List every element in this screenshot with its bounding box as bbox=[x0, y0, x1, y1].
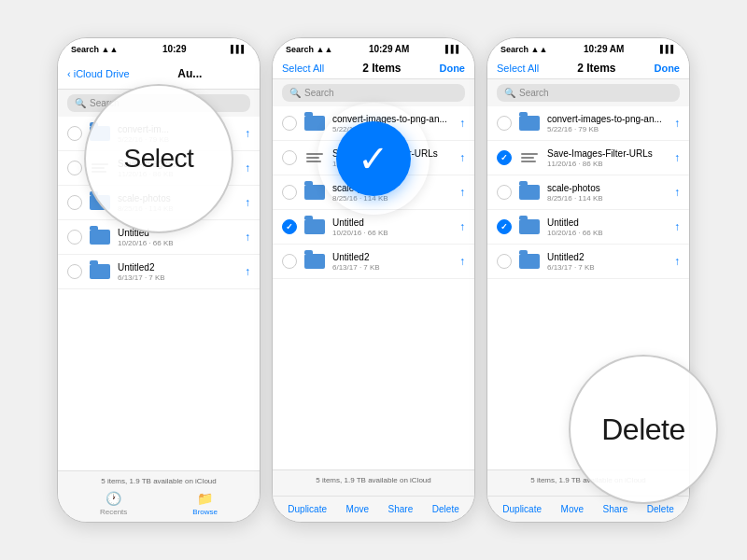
checkmark-icon bbox=[336, 121, 411, 196]
search-field-2[interactable]: 🔍 Search bbox=[282, 84, 465, 102]
cloud-icon: ↑ bbox=[674, 255, 680, 268]
share-button[interactable]: Share bbox=[388, 504, 414, 514]
status-left-1: Search ▲▲ bbox=[71, 45, 118, 54]
file-meta: 10/20/16 · 66 KB bbox=[547, 229, 667, 237]
duplicate-button-3[interactable]: Duplicate bbox=[502, 504, 542, 514]
nav-title-1: Au... bbox=[130, 67, 250, 80]
select-circle[interactable] bbox=[67, 161, 82, 175]
list-item[interactable]: Untitled 10/20/16 · 66 KB ↑ bbox=[273, 210, 474, 245]
list-item[interactable]: Untitled2 6/13/17 · 7 KB ↑ bbox=[487, 245, 689, 279]
list-item[interactable]: Untitled2 6/13/17 · 7 KB ↑ bbox=[58, 255, 260, 289]
cloud-icon: ↑ bbox=[674, 186, 680, 199]
select-circle[interactable] bbox=[67, 264, 82, 279]
folder-icon bbox=[304, 113, 325, 133]
tab-recents[interactable]: 🕐 Recents bbox=[100, 491, 127, 516]
list-item[interactable]: scale-photos 8/25/16 · 114 KB ↑ bbox=[487, 175, 689, 210]
file-meta: 5/22/16 · 79 KB bbox=[547, 125, 667, 133]
lines-icon bbox=[519, 147, 540, 168]
select-circle[interactable] bbox=[282, 116, 297, 131]
delete-button[interactable]: Delete bbox=[432, 504, 459, 514]
select-circle[interactable] bbox=[67, 126, 82, 141]
status-bar-2: Search ▲▲ 10:29 AM ▌▌▌ bbox=[273, 38, 474, 58]
status-bar-3: Search ▲▲ 10:29 AM ▌▌▌ bbox=[487, 38, 689, 58]
footer-tabs-1: 🕐 Recents 📁 Browse bbox=[67, 491, 250, 516]
status-icons-1: ▌▌▌ bbox=[231, 45, 247, 53]
folder-icon bbox=[519, 251, 540, 272]
file-info: Untitled2 6/13/17 · 7 KB bbox=[547, 252, 667, 272]
cloud-icon: ↑ bbox=[459, 220, 465, 233]
footer-status-2: 5 items, 1.9 TB available on iCloud bbox=[282, 476, 465, 484]
tab-browse[interactable]: 📁 Browse bbox=[192, 491, 218, 516]
list-item[interactable]: Save-Images-Filter-URLs 11/20/16 · 86 KB… bbox=[487, 141, 689, 175]
delete-label: Delete bbox=[601, 413, 685, 447]
select-circle[interactable] bbox=[282, 150, 297, 165]
search-icon-3: 🔍 bbox=[504, 88, 515, 98]
move-button-3[interactable]: Move bbox=[561, 504, 584, 514]
file-name: Untitled bbox=[332, 217, 452, 228]
select-bar-2: Select All 2 Items Done bbox=[273, 58, 474, 79]
folder-icon bbox=[519, 217, 540, 237]
cloud-icon: ↑ bbox=[459, 117, 465, 130]
move-button[interactable]: Move bbox=[346, 504, 369, 514]
list-item[interactable]: Untitled2 6/13/17 · 7 KB ↑ bbox=[273, 245, 474, 279]
file-info: Save-Images-Filter-URLs 11/20/16 · 86 KB bbox=[547, 148, 667, 168]
status-left-2: Search ▲▲ bbox=[286, 45, 332, 54]
file-info: Untitled 10/20/16 · 66 KB bbox=[332, 217, 452, 237]
delete-overlay: Delete bbox=[569, 355, 718, 504]
cloud-icon: ↑ bbox=[459, 151, 465, 164]
file-name: Untitled bbox=[547, 217, 667, 228]
footer-status-1: 5 items, 1.9 TB available on iCloud bbox=[67, 477, 250, 485]
cloud-icon: ↑ bbox=[674, 151, 680, 164]
select-circle[interactable] bbox=[67, 195, 82, 210]
file-name: Untitled2 bbox=[332, 252, 452, 262]
select-circle-checked[interactable] bbox=[497, 150, 512, 165]
tab-recents-label: Recents bbox=[100, 508, 127, 516]
select-label: Select bbox=[124, 144, 194, 174]
back-button-1[interactable]: ‹ iCloud Drive bbox=[67, 68, 130, 79]
select-all-button-3[interactable]: Select All bbox=[497, 63, 539, 74]
folder-icon bbox=[519, 182, 540, 203]
cloud-icon: ↑ bbox=[245, 265, 250, 278]
select-circle[interactable] bbox=[282, 185, 297, 200]
select-circle[interactable] bbox=[497, 116, 512, 131]
checkmark-overlay bbox=[317, 103, 430, 215]
file-name: convert-images-to-png-an... bbox=[547, 114, 667, 124]
time-1: 10:29 bbox=[162, 44, 187, 54]
phone-frame-3: Search ▲▲ 10:29 AM ▌▌▌ Select All 2 Item… bbox=[486, 37, 690, 523]
search-field-3[interactable]: 🔍 Search bbox=[497, 84, 680, 102]
cloud-icon: ↑ bbox=[245, 127, 250, 140]
done-button-3[interactable]: Done bbox=[654, 63, 680, 74]
file-name: Untitled2 bbox=[118, 262, 237, 273]
status-bar-1: Search ▲▲ 10:29 ▌▌▌ bbox=[58, 38, 260, 58]
cloud-icon: ↑ bbox=[674, 220, 680, 233]
status-left-3: Search ▲▲ bbox=[500, 45, 547, 54]
file-name: Untitled2 bbox=[547, 252, 667, 262]
phone-frame-2: Search ▲▲ 10:29 AM ▌▌▌ Select All 2 Item… bbox=[272, 37, 475, 523]
list-item[interactable]: convert-images-to-png-an... 5/22/16 · 79… bbox=[487, 106, 689, 141]
phone-frame-1: Search ▲▲ 10:29 ▌▌▌ ‹ iCloud Drive Au...… bbox=[57, 37, 261, 523]
time-2: 10:29 AM bbox=[369, 44, 410, 54]
footer-2: 5 items, 1.9 TB available on iCloud bbox=[273, 469, 474, 496]
folder-icon bbox=[304, 217, 325, 237]
file-info: Untitled 10/20/16 · 66 KB bbox=[547, 217, 667, 237]
file-meta: 10/20/16 · 66 KB bbox=[118, 239, 237, 247]
done-button-2[interactable]: Done bbox=[439, 63, 465, 74]
search-icon-2: 🔍 bbox=[289, 88, 301, 98]
select-circle[interactable] bbox=[497, 185, 512, 200]
select-circle[interactable] bbox=[497, 254, 512, 269]
duplicate-button[interactable]: Duplicate bbox=[288, 504, 327, 514]
select-circle-checked[interactable] bbox=[282, 219, 297, 234]
select-circle[interactable] bbox=[282, 254, 297, 269]
search-bar-3: 🔍 Search bbox=[487, 79, 689, 106]
select-circle-checked[interactable] bbox=[497, 219, 512, 234]
select-all-button-2[interactable]: Select All bbox=[282, 63, 324, 74]
search-icon-1: 🔍 bbox=[75, 98, 86, 108]
folder-icon bbox=[519, 113, 540, 133]
select-circle[interactable] bbox=[67, 230, 82, 245]
select-bar-3: Select All 2 Items Done bbox=[487, 58, 689, 79]
list-item[interactable]: Untitled 10/20/16 · 66 KB ↑ bbox=[487, 210, 689, 245]
file-info: scale-photos 8/25/16 · 114 KB bbox=[547, 183, 667, 203]
file-meta: 10/20/16 · 66 KB bbox=[332, 229, 452, 237]
share-button-3[interactable]: Share bbox=[603, 504, 628, 514]
delete-button-3[interactable]: Delete bbox=[647, 504, 674, 514]
